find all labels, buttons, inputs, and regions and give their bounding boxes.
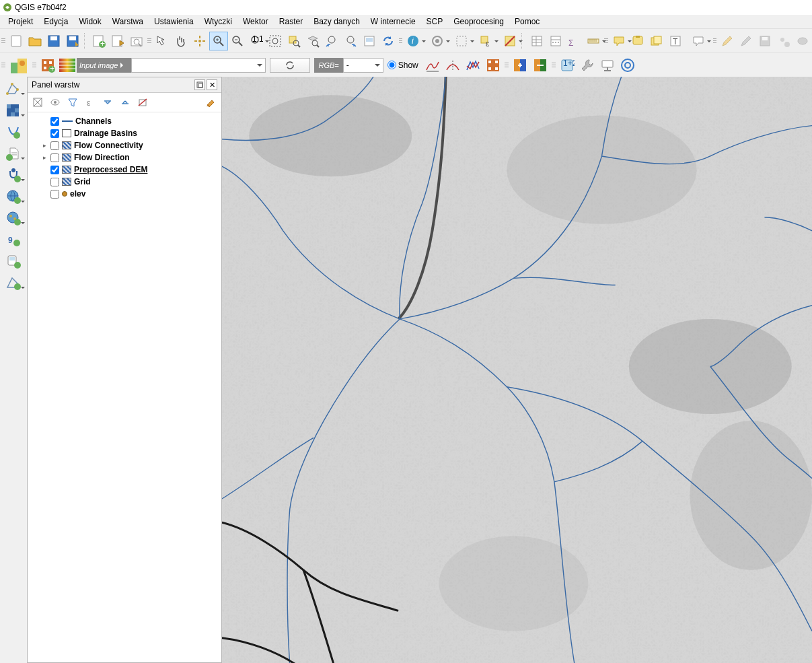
layer-tree[interactable]: ChannelsDrainage Basins▸Flow Connectivit… xyxy=(28,112,221,662)
toolbar-handle[interactable] xyxy=(713,33,717,49)
pan-button[interactable] xyxy=(172,32,190,50)
add-mesh-button[interactable] xyxy=(2,123,25,141)
save-project-button[interactable] xyxy=(44,32,63,50)
layout-manager-button[interactable] xyxy=(108,32,127,50)
digitize-add-button[interactable] xyxy=(774,32,793,50)
add-delimited-button[interactable] xyxy=(2,144,25,163)
collapse-all-button[interactable] xyxy=(118,95,133,110)
layer-style-button[interactable] xyxy=(30,95,45,110)
scp-help-button[interactable] xyxy=(618,56,638,75)
toolbar-handle[interactable] xyxy=(147,33,151,49)
zoom-in-button[interactable] xyxy=(209,32,228,50)
show-bookmarks-button[interactable] xyxy=(647,32,666,50)
scp-plot-cumulative-button[interactable] xyxy=(422,56,443,75)
layer-row-grid[interactable]: Grid xyxy=(29,176,220,188)
add-virtual-button[interactable]: 9 xyxy=(2,230,25,249)
zoom-next-button[interactable] xyxy=(341,32,360,50)
statistics-button[interactable]: Σ xyxy=(565,32,584,50)
toolbar-handle[interactable] xyxy=(552,57,556,73)
layer-visibility-checkbox[interactable] xyxy=(50,178,59,186)
layer-row-drainage-basins[interactable]: Drainage Basins xyxy=(29,127,220,139)
text-annotation-button[interactable]: T xyxy=(666,32,685,50)
pan-to-selection-button[interactable] xyxy=(190,32,209,50)
annotation-button[interactable] xyxy=(689,32,708,50)
scp-preview-button[interactable] xyxy=(510,56,530,75)
add-postgis-button[interactable] xyxy=(2,166,25,184)
digitize-feature-button[interactable] xyxy=(793,32,812,50)
menu-ustawienia[interactable]: Ustawienia xyxy=(149,15,199,28)
new-scratch-vector-button[interactable] xyxy=(2,273,25,292)
scp-tools-button[interactable] xyxy=(577,56,597,75)
show-checkbox[interactable]: Show xyxy=(387,61,418,70)
scp-main-button[interactable] xyxy=(7,56,31,75)
new-bookmark-button[interactable] xyxy=(628,32,647,50)
open-project-button[interactable] xyxy=(26,32,44,50)
layer-row-flow-connectivity[interactable]: ▸Flow Connectivity xyxy=(29,139,220,151)
toolbar-handle[interactable] xyxy=(1,57,5,73)
add-wfs-button[interactable] xyxy=(2,209,25,228)
layer-visibility-checkbox[interactable] xyxy=(50,129,59,138)
scp-plot-stddev-button[interactable] xyxy=(443,56,463,75)
select-by-value-button[interactable]: ε xyxy=(476,32,495,50)
menu-warstwa[interactable]: Warstwa xyxy=(107,15,149,28)
map-tips-button[interactable] xyxy=(610,32,628,50)
add-raster-button[interactable] xyxy=(2,101,25,120)
toolbar-handle[interactable] xyxy=(1,33,5,49)
layer-row-preprocessed-dem[interactable]: Preprocessed DEM xyxy=(29,164,220,176)
new-project-button[interactable] xyxy=(7,32,26,50)
scp-spectral-plot-button[interactable] xyxy=(463,56,483,75)
manage-visibility-button[interactable] xyxy=(48,95,63,110)
zoom-native-button[interactable]: 1:1 xyxy=(247,32,266,50)
add-wms-button[interactable] xyxy=(2,187,25,206)
expand-icon[interactable]: ▸ xyxy=(41,154,48,161)
attribute-table-button[interactable] xyxy=(527,32,546,50)
new-map-view-button[interactable] xyxy=(360,32,379,50)
layer-visibility-checkbox[interactable] xyxy=(50,117,59,126)
expand-icon[interactable]: ▸ xyxy=(41,142,48,149)
add-gps-button[interactable] xyxy=(2,252,25,271)
new-print-layout-button[interactable]: + xyxy=(89,32,108,50)
zoom-full-button[interactable] xyxy=(266,32,285,50)
zoom-to-layer-button[interactable] xyxy=(303,32,322,50)
toolbar-handle[interactable] xyxy=(399,33,403,49)
layer-row-channels[interactable]: Channels xyxy=(29,115,220,127)
close-panel-button[interactable]: ✕ xyxy=(207,79,217,90)
edit-pencil-2-button[interactable] xyxy=(737,32,755,50)
menu-geoprocesing[interactable]: Geoprocesing xyxy=(448,15,509,28)
measure-button[interactable] xyxy=(584,32,603,50)
scp-preprocess-button[interactable] xyxy=(530,56,550,75)
layer-row-elev[interactable]: elev xyxy=(29,188,220,200)
edit-pencil-button[interactable] xyxy=(718,32,737,50)
layer-visibility-checkbox[interactable] xyxy=(50,153,59,162)
scp-refresh-button[interactable] xyxy=(270,58,310,73)
layer-visibility-checkbox[interactable] xyxy=(50,141,59,150)
menu-pomoc[interactable]: Pomoc xyxy=(509,15,545,28)
identify-button[interactable]: i xyxy=(404,32,422,50)
layer-row-flow-direction[interactable]: ▸Flow Direction xyxy=(29,151,220,164)
zoom-last-button[interactable] xyxy=(322,32,341,50)
filter-legend-expr-button[interactable]: ε xyxy=(83,95,98,110)
style-manager-button[interactable] xyxy=(127,32,146,50)
scp-roi-button[interactable]: + xyxy=(38,56,58,75)
layer-visibility-checkbox[interactable] xyxy=(50,190,59,199)
layer-brush-button[interactable] xyxy=(204,95,219,110)
deselect-button[interactable] xyxy=(501,32,519,50)
save-project-as-button[interactable] xyxy=(63,32,82,50)
menu-wektor[interactable]: Wektor xyxy=(237,15,274,28)
scp-calc-button[interactable]: 1+2 xyxy=(557,56,577,75)
rgb-dropdown[interactable]: - xyxy=(343,58,383,73)
zoom-to-selection-button[interactable] xyxy=(285,32,303,50)
menu-edycja[interactable]: Edycja xyxy=(38,15,73,28)
menu-raster[interactable]: Raster xyxy=(274,15,308,28)
menu-w-internecie[interactable]: W internecie xyxy=(365,15,421,28)
menu-projekt[interactable]: Projekt xyxy=(3,15,38,28)
save-edits-button[interactable] xyxy=(755,32,774,50)
scp-display-button[interactable] xyxy=(597,56,618,75)
field-calculator-button[interactable] xyxy=(546,32,565,50)
menu-bazy-danych[interactable]: Bazy danych xyxy=(308,15,365,28)
layer-visibility-checkbox[interactable] xyxy=(50,166,59,174)
select-button[interactable] xyxy=(452,32,471,50)
undock-button[interactable] xyxy=(194,79,205,90)
input-image-dropdown[interactable] xyxy=(131,58,266,73)
toolbar-handle[interactable] xyxy=(32,57,36,73)
